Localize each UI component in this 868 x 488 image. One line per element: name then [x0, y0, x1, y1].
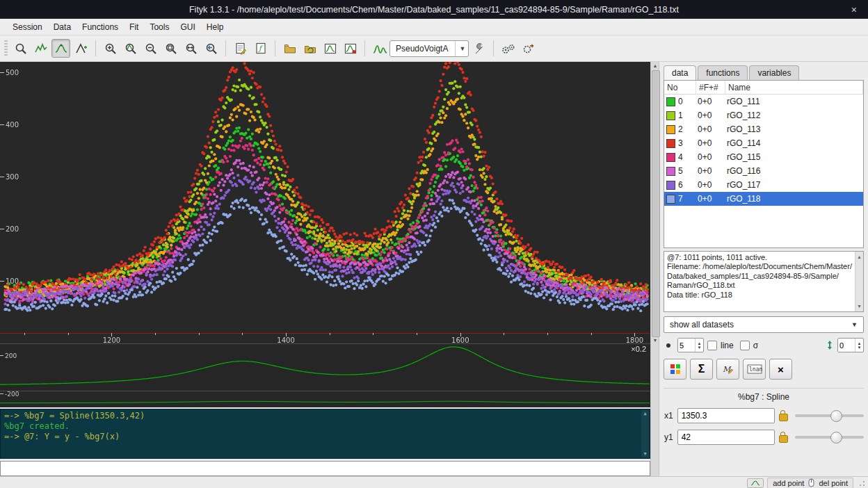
wrench-icon: [472, 42, 486, 56]
dataset-row[interactable]: 3 0+0 rGO_114: [664, 136, 863, 150]
resize-grip[interactable]: [857, 478, 866, 487]
sigma-checkbox[interactable]: [740, 341, 750, 350]
lnan-button[interactable]: lnan: [743, 359, 766, 380]
console-line: =-> %bg7 = Spline(1350.3,42): [4, 411, 646, 421]
param-x1-input[interactable]: [677, 408, 775, 423]
console-scrollbar[interactable]: ▲▼: [641, 410, 649, 457]
open-data-button[interactable]: [280, 39, 299, 58]
function-type-value: PseudoVoigtA: [396, 44, 448, 54]
dataset-color-swatch[interactable]: [666, 139, 675, 148]
auto-add-peak-button[interactable]: [370, 39, 389, 58]
definitions-button[interactable]: ƒ: [251, 39, 270, 58]
spinner-arrows-icon[interactable]: ▲▼: [855, 339, 863, 352]
dataset-colors-button[interactable]: [664, 359, 686, 380]
dataset-color-swatch[interactable]: [666, 97, 675, 106]
data-action-buttons: Σ M lnan ×: [664, 359, 864, 380]
dataset-row[interactable]: 2 0+0 rGO_113: [664, 122, 863, 136]
dataset-row[interactable]: 0 0+0 rGO_111: [664, 95, 863, 108]
zoom-data-button[interactable]: [121, 39, 140, 58]
function-type-combo[interactable]: PseudoVoigtA ▼: [389, 40, 469, 57]
menu-fit[interactable]: Fit: [124, 20, 144, 34]
baseline-mode-button[interactable]: [51, 39, 70, 58]
data-range-mode-button[interactable]: [31, 39, 50, 58]
info-line: Raman/rGO_118.txt: [667, 281, 853, 290]
tab-functions[interactable]: functions: [698, 65, 748, 80]
zoom-all-button[interactable]: [161, 39, 180, 58]
shift-spinner[interactable]: ▲▼: [837, 338, 864, 352]
sum-button[interactable]: Σ: [690, 359, 713, 380]
point-size-value[interactable]: [678, 339, 695, 352]
dataset-color-swatch[interactable]: [666, 195, 675, 204]
run-fit-button[interactable]: [499, 39, 517, 58]
zoom-horizontal-button[interactable]: [182, 39, 200, 58]
param-y1-input[interactable]: [677, 430, 775, 445]
dataset-row[interactable]: 6 0+0 rGO_117: [664, 178, 863, 192]
dataset-row[interactable]: 5 0+0 rGO_116: [664, 164, 863, 178]
col-name[interactable]: Name: [725, 81, 863, 94]
dataset-row-selected[interactable]: 7 0+0 rGO_118: [664, 192, 863, 206]
aux-plot-1-canvas[interactable]: [0, 344, 650, 391]
lock-icon[interactable]: [779, 435, 788, 443]
main-plot-canvas[interactable]: [0, 62, 650, 343]
close-window-icon[interactable]: ×: [849, 0, 860, 19]
command-input[interactable]: [0, 461, 650, 476]
dataset-info: @7: 1011 points, 1011 active. Filename: …: [664, 251, 864, 312]
gears-icon: [501, 42, 516, 56]
aux-scale-label: ×0.2: [631, 345, 646, 353]
col-no[interactable]: No: [664, 81, 696, 94]
data-transform-button[interactable]: M: [716, 359, 739, 380]
scroll-down-icon: ▼: [857, 302, 862, 311]
add-peak-mode-button[interactable]: [72, 39, 90, 58]
zoom-previous-button[interactable]: [202, 39, 220, 58]
menu-functions[interactable]: Functions: [77, 20, 124, 34]
info-line: Data title: rGO_118: [667, 291, 853, 300]
menu-gui[interactable]: GUI: [175, 20, 200, 34]
mini-plot-icon: [750, 480, 760, 487]
dataset-row[interactable]: 4 0+0 rGO_115: [664, 150, 863, 164]
scroll-up-icon[interactable]: ▲: [652, 63, 659, 68]
tab-variables[interactable]: variables: [749, 65, 799, 80]
settings-wrench-button[interactable]: [469, 39, 488, 58]
dataset-row[interactable]: 1 0+0 rGO_112: [664, 108, 863, 122]
line-checkbox[interactable]: [707, 341, 717, 350]
scroll-down-icon: ▼: [643, 451, 646, 457]
aux-plot-2-canvas[interactable]: [0, 391, 650, 407]
tab-data[interactable]: data: [664, 65, 696, 80]
dataset-color-swatch[interactable]: [666, 181, 675, 190]
export-plot-button[interactable]: [341, 39, 360, 58]
col-functions[interactable]: #F+#: [696, 81, 725, 94]
script-editor-button[interactable]: [231, 39, 250, 58]
menu-tools[interactable]: Tools: [144, 20, 175, 34]
info-scrollbar[interactable]: ▲▼: [855, 252, 863, 311]
dataset-color-swatch[interactable]: [666, 125, 675, 134]
lock-icon[interactable]: [779, 414, 788, 421]
undo-fit-button[interactable]: [519, 39, 538, 58]
param-y1-slider[interactable]: [795, 436, 864, 439]
datasets-filter-dropdown[interactable]: show all datasets ▼: [664, 316, 864, 333]
dataset-color-swatch[interactable]: [666, 167, 675, 176]
slider-thumb[interactable]: [830, 410, 842, 422]
delete-dataset-button[interactable]: ×: [769, 359, 792, 380]
reload-data-button[interactable]: [300, 39, 319, 58]
zoom-data-icon: [124, 42, 138, 56]
menu-session[interactable]: Session: [7, 20, 48, 34]
zoom-out-button[interactable]: [141, 39, 160, 58]
menu-data[interactable]: Data: [48, 20, 77, 34]
zoom-mode-button[interactable]: [11, 39, 30, 58]
slider-thumb[interactable]: [830, 432, 842, 444]
mouse-hint-box: add point del point: [767, 478, 853, 488]
dataset-color-swatch[interactable]: [666, 153, 675, 162]
zoom-in-button[interactable]: [101, 39, 120, 58]
status-config-button[interactable]: [747, 478, 764, 488]
dataset-color-swatch[interactable]: [666, 111, 675, 120]
point-size-spinner[interactable]: ▲▼: [677, 338, 704, 352]
scroll-down-icon[interactable]: ▼: [652, 338, 659, 343]
scrollbar-thumb[interactable]: [652, 70, 660, 337]
spinner-arrows-icon[interactable]: ▲▼: [695, 339, 703, 352]
menu-help[interactable]: Help: [201, 20, 230, 34]
data-editor-button[interactable]: [321, 39, 339, 58]
plot-scrollbar[interactable]: ▲ ▼: [650, 62, 659, 476]
shift-value[interactable]: [838, 339, 855, 352]
param-x1-slider[interactable]: [795, 414, 864, 417]
baseline-curve-icon: [54, 42, 68, 56]
